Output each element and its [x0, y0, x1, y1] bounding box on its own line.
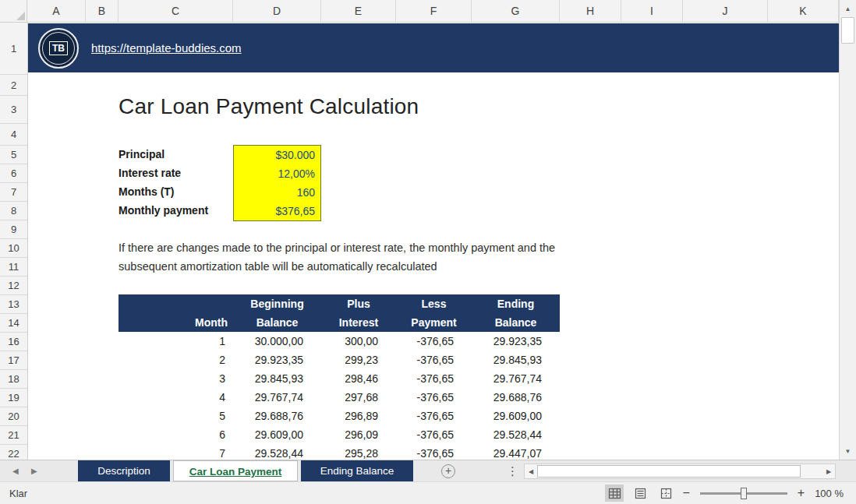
scroll-right-icon[interactable]: ▶: [822, 468, 835, 475]
column-header-E[interactable]: E: [321, 0, 396, 22]
column-header-F[interactable]: F: [396, 0, 472, 22]
row-header-20[interactable]: 20: [0, 407, 27, 426]
table-cell[interactable]: 298,46: [321, 369, 396, 388]
input-value-cell-0[interactable]: $30.000: [234, 146, 320, 164]
table-cell[interactable]: 295,28: [321, 444, 396, 460]
table-cell[interactable]: 29.845,93: [233, 369, 321, 388]
normal-view-icon[interactable]: [605, 485, 624, 502]
input-label-3[interactable]: Monthly payment: [118, 201, 208, 220]
table-cell[interactable]: 29.688,76: [472, 388, 560, 407]
zoom-in-button[interactable]: +: [798, 487, 805, 499]
tab-description[interactable]: Description: [78, 460, 170, 481]
scroll-left-icon[interactable]: ◀: [525, 468, 537, 475]
scroll-down-icon[interactable]: ▼: [840, 442, 856, 460]
table-cell[interactable]: 296,89: [321, 407, 396, 425]
table-cell[interactable]: -376,65: [396, 388, 472, 407]
zoom-slider[interactable]: [700, 492, 787, 495]
column-header-J[interactable]: J: [683, 0, 768, 22]
table-cell[interactable]: -376,65: [396, 332, 472, 351]
table-cell[interactable]: 6: [118, 425, 233, 444]
row-header-3[interactable]: 3: [0, 96, 27, 124]
add-sheet-button[interactable]: +: [441, 464, 455, 478]
row-header-6[interactable]: 6: [0, 164, 27, 183]
table-cell[interactable]: 3: [118, 369, 233, 388]
tab-ending-balance[interactable]: Ending Balance: [301, 460, 413, 481]
select-all-corner[interactable]: [0, 0, 27, 22]
table-cell[interactable]: 5: [118, 407, 233, 425]
table-cell[interactable]: 29.767,74: [233, 388, 321, 407]
column-header-C[interactable]: C: [118, 0, 233, 22]
table-cell[interactable]: 7: [118, 444, 233, 460]
vertical-scroll-thumb[interactable]: [841, 17, 854, 44]
table-cell[interactable]: 29.528,44: [233, 444, 321, 460]
zoom-slider-handle[interactable]: [741, 488, 747, 499]
table-column-header-0[interactable]: Month: [118, 294, 233, 332]
row-header-4[interactable]: 4: [0, 124, 27, 146]
vertical-scroll-track[interactable]: [840, 44, 856, 442]
row-header-17[interactable]: 17: [0, 351, 27, 370]
input-label-0[interactable]: Principal: [118, 145, 208, 164]
column-header-A[interactable]: A: [27, 0, 86, 22]
zoom-percentage[interactable]: 100 %: [815, 488, 844, 499]
horizontal-scroll-thumb[interactable]: [537, 465, 801, 478]
row-header-9[interactable]: 9: [0, 220, 27, 239]
row-header-13[interactable]: 13: [0, 295, 27, 314]
table-cell[interactable]: 300,00: [321, 332, 396, 351]
row-header-14[interactable]: 14: [0, 314, 27, 333]
input-label-2[interactable]: Months (T): [118, 182, 208, 201]
row-header-5[interactable]: 5: [0, 146, 27, 164]
scroll-up-icon[interactable]: ▲: [840, 0, 856, 17]
table-cell[interactable]: -376,65: [396, 444, 472, 460]
row-header-11[interactable]: 11: [0, 258, 27, 277]
table-cell[interactable]: 29.609,00: [233, 425, 321, 444]
row-header-7[interactable]: 7: [0, 183, 27, 202]
horizontal-scrollbar[interactable]: ◀ ▶: [524, 463, 836, 479]
row-header-2[interactable]: 2: [0, 75, 27, 96]
input-value-cell-1[interactable]: 12,00%: [234, 164, 320, 183]
column-header-I[interactable]: I: [621, 0, 683, 22]
input-value-cell-2[interactable]: 160: [234, 183, 320, 202]
table-cell[interactable]: 4: [118, 388, 233, 407]
row-header-22[interactable]: 22: [0, 445, 27, 460]
table-cell[interactable]: 29.923,35: [472, 332, 560, 351]
page-break-view-icon[interactable]: [656, 485, 675, 502]
table-column-header-4[interactable]: EndingBalance: [472, 294, 560, 332]
table-cell[interactable]: -376,65: [396, 425, 472, 444]
vertical-scrollbar[interactable]: ▲ ▼: [839, 0, 856, 460]
zoom-out-button[interactable]: −: [682, 487, 689, 499]
table-cell[interactable]: -376,65: [396, 407, 472, 425]
table-cell[interactable]: 297,68: [321, 388, 396, 407]
column-header-G[interactable]: G: [472, 0, 560, 22]
tab-scroll-right-icon[interactable]: ▶: [31, 460, 37, 482]
column-header-B[interactable]: B: [86, 0, 118, 22]
row-header-18[interactable]: 18: [0, 370, 27, 389]
column-header-D[interactable]: D: [233, 0, 321, 22]
table-cell[interactable]: 29.447,07: [472, 444, 560, 460]
row-header-8[interactable]: 8: [0, 202, 27, 220]
table-cell[interactable]: 29.688,76: [233, 407, 321, 425]
table-cell[interactable]: 29.528,44: [472, 425, 560, 444]
input-value-cell-3[interactable]: $376,65: [234, 202, 320, 220]
table-column-header-3[interactable]: LessPayment: [396, 294, 472, 332]
table-cell[interactable]: 29.767,74: [472, 369, 560, 388]
website-link[interactable]: https://template-buddies.com: [91, 41, 242, 55]
row-header-19[interactable]: 19: [0, 389, 27, 407]
row-header-16[interactable]: 16: [0, 333, 27, 351]
table-cell[interactable]: 1: [118, 332, 233, 351]
table-column-header-2[interactable]: PlusInterest: [321, 294, 396, 332]
table-cell[interactable]: -376,65: [396, 351, 472, 369]
row-header-21[interactable]: 21: [0, 426, 27, 445]
table-cell[interactable]: 30.000,00: [233, 332, 321, 351]
row-header-10[interactable]: 10: [0, 239, 27, 258]
table-cell[interactable]: 2: [118, 351, 233, 369]
column-header-H[interactable]: H: [560, 0, 621, 22]
tab-overflow-icon[interactable]: ⋮: [507, 460, 518, 482]
row-header-12[interactable]: 12: [0, 277, 27, 295]
table-cell[interactable]: 29.923,35: [233, 351, 321, 369]
input-label-1[interactable]: Interest rate: [118, 164, 208, 182]
tab-car-loan-payment[interactable]: Car Loan Payment: [173, 460, 298, 481]
page-layout-view-icon[interactable]: [631, 485, 649, 502]
table-column-header-1[interactable]: BeginningBalance: [233, 294, 321, 332]
column-header-K[interactable]: K: [768, 0, 839, 22]
tab-scroll-left-icon[interactable]: ◀: [12, 460, 19, 482]
